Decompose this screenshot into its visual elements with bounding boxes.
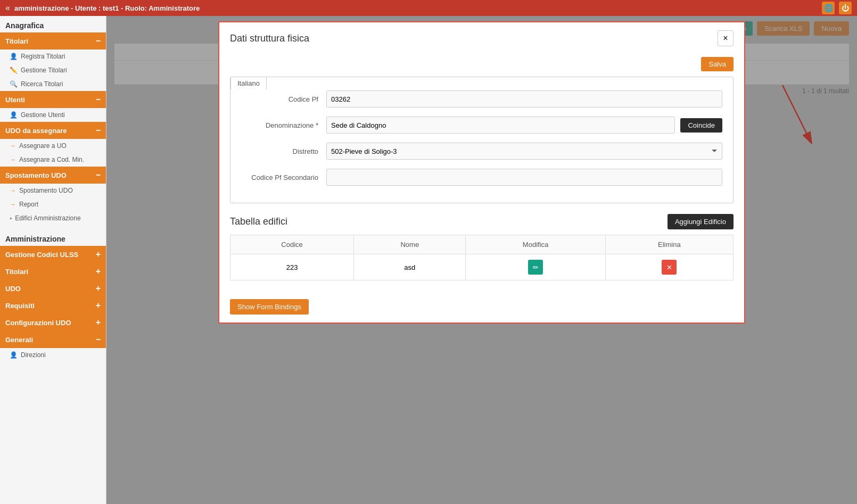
sidebar-item-label: Registra Titolari: [21, 53, 65, 60]
sidebar-item-direzioni[interactable]: 👤 Direzioni: [0, 348, 106, 362]
modal-footer: Show Form Bindings: [219, 291, 744, 323]
show-form-bindings-button[interactable]: Show Form Bindings: [230, 299, 309, 315]
codice-pf-sec-label: Codice Pf Secondario: [241, 173, 326, 181]
sidebar-item-label: Direzioni: [21, 351, 46, 359]
denominazione-label: Denominazione *: [241, 121, 326, 129]
search-icon: 🔍: [10, 80, 18, 88]
user-icon-2: 👤: [10, 111, 18, 119]
sidebar-group-titolari-label: Titolari: [5, 37, 28, 45]
sidebar-item-label: Ricerca Titolari: [21, 80, 63, 88]
app-title: amministrazione - Utente : test1 - Ruolo…: [14, 4, 200, 12]
modal-title: Dati struttura fisica: [230, 33, 309, 44]
utenti-toggle-icon: −: [96, 95, 101, 104]
sidebar-group-label: UDO: [5, 285, 21, 293]
spostamento-toggle-icon: −: [96, 170, 101, 180]
sidebar-item-assegnare-uo[interactable]: → Assegnare a UO: [0, 139, 106, 153]
modal-close-button[interactable]: ×: [718, 30, 734, 46]
top-bar-left: « amministrazione - Utente : test1 - Ruo…: [5, 3, 200, 13]
distretto-label: Distretto: [241, 147, 326, 155]
col-modifica: Modifica: [466, 235, 605, 254]
sidebar-group-udo-label: UDO da assegnare: [5, 127, 67, 135]
form-row-codice-pf-sec: Codice Pf Secondario: [241, 166, 722, 186]
edit-icon: ✏️: [10, 67, 18, 74]
sidebar-item-edifici-amministrazione[interactable]: ▪ Edifici Amministrazione: [0, 211, 106, 225]
distretto-select[interactable]: 502-Pieve di Soligo-3: [326, 143, 722, 160]
sidebar-group-utenti[interactable]: Utenti −: [0, 91, 106, 108]
amministrazione-label: Amministrazione: [0, 229, 106, 246]
sidebar-item-spostamento-udo[interactable]: → Spostamento UDO: [0, 184, 106, 197]
sidebar: Anagrafica Titolari − 👤 Registra Titolar…: [0, 16, 106, 504]
edifici-codice-cell: 223: [230, 254, 354, 280]
edifici-table-row: 223 asd ✏ ✕: [230, 254, 734, 280]
content-area: Filtro Scarica XLS Nuova Modifica Elimin…: [106, 16, 857, 504]
top-bar-right: 🌐 ⏻: [822, 2, 852, 14]
codice-pf-label: Codice Pf: [241, 95, 326, 103]
sidebar-item-ricerca-titolari[interactable]: 🔍 Ricerca Titolari: [0, 77, 106, 91]
sidebar-group-titolari[interactable]: Titolari −: [0, 32, 106, 49]
modal-header: Dati struttura fisica ×: [219, 22, 744, 52]
tabella-edifici-title: Tabella edifici: [230, 216, 287, 227]
modal-body: Salva Italiano Codice Pf Denominazione *: [219, 52, 744, 291]
salva-button[interactable]: Salva: [701, 57, 734, 71]
coincide-button[interactable]: Coincide: [680, 118, 722, 133]
form-tab-italiano[interactable]: Italiano: [230, 77, 267, 90]
sidebar-group-label: Gestione Codici ULSS: [5, 251, 78, 259]
power-icon[interactable]: ⏻: [839, 2, 852, 14]
sidebar-group-spostamento-udo[interactable]: Spostamento UDO −: [0, 167, 106, 184]
sidebar-group-configurazioni[interactable]: Configurazioni UDO +: [0, 314, 106, 331]
codice-pf-input[interactable]: [326, 90, 722, 108]
col-codice: Codice: [230, 235, 354, 254]
sidebar-group-label: Requisiti: [5, 302, 35, 310]
form-row-denominazione: Denominazione * Coincide: [241, 114, 722, 134]
sidebar-item-gestione-titolari[interactable]: ✏️ Gestione Titolari: [0, 63, 106, 77]
sidebar-group-udo-bottom[interactable]: UDO +: [0, 280, 106, 297]
edifici-table: Codice Nome Modifica Elimina 223 asd: [230, 235, 734, 280]
sidebar-item-registra-titolari[interactable]: 👤 Registra Titolari: [0, 49, 106, 63]
sidebar-group-generali[interactable]: Generali −: [0, 331, 106, 348]
user-icon-3: 👤: [10, 351, 18, 359]
arrow-icon-3: →: [10, 187, 16, 194]
sidebar-item-label: Gestione Utenti: [21, 111, 65, 119]
tabella-edifici-header: Tabella edifici Aggiungi Edificio: [230, 214, 734, 229]
form-row-distretto: Distretto 502-Pieve di Soligo-3: [241, 140, 722, 160]
save-bar: Salva: [230, 57, 734, 71]
titolari-bottom-toggle-icon: +: [96, 267, 101, 276]
sidebar-group-udo-assegnare[interactable]: UDO da assegnare −: [0, 122, 106, 139]
sidebar-item-label: Edifici Amministrazione: [15, 214, 80, 222]
arrow-icon: →: [10, 142, 16, 150]
sidebar-item-label: Report: [19, 201, 38, 208]
codice-pf-sec-input[interactable]: [326, 169, 722, 186]
sidebar-group-requisiti[interactable]: Requisiti +: [0, 297, 106, 314]
sidebar-item-assegnare-cod-min[interactable]: → Assegnare a Cod. Min.: [0, 153, 106, 167]
sidebar-group-label: Configurazioni UDO: [5, 319, 71, 327]
configurazioni-toggle-icon: +: [96, 318, 101, 327]
globe-icon[interactable]: 🌐: [822, 2, 835, 14]
form-section: Italiano Codice Pf Denominazione * Coinc…: [230, 77, 734, 203]
sidebar-group-label: Generali: [5, 336, 33, 344]
requisiti-toggle-icon: +: [96, 301, 101, 310]
building-icon: ▪: [10, 214, 12, 222]
edificio-edit-button[interactable]: ✏: [528, 260, 543, 275]
edificio-delete-button[interactable]: ✕: [662, 260, 677, 275]
anagrafica-label: Anagrafica: [0, 16, 106, 32]
sidebar-group-gestione-codici[interactable]: Gestione Codici ULSS +: [0, 246, 106, 263]
arrow-icon-2: →: [10, 156, 16, 163]
sidebar-item-label: Assegnare a UO: [19, 142, 67, 150]
sidebar-group-label: Titolari: [5, 268, 28, 276]
edifici-table-header-row: Codice Nome Modifica Elimina: [230, 235, 734, 254]
user-icon: 👤: [10, 53, 18, 60]
modal: Dati struttura fisica × Salva Italiano C…: [218, 21, 745, 324]
col-nome: Nome: [354, 235, 466, 254]
sidebar-item-label: Spostamento UDO: [19, 187, 73, 194]
sidebar-item-gestione-utenti[interactable]: 👤 Gestione Utenti: [0, 108, 106, 122]
arrow-icon-4: →: [10, 201, 16, 208]
sidebar-group-utenti-label: Utenti: [5, 96, 25, 104]
sidebar-group-titolari-bottom[interactable]: Titolari +: [0, 263, 106, 280]
denominazione-input[interactable]: [326, 117, 675, 134]
gestione-codici-toggle-icon: +: [96, 250, 101, 259]
sidebar-item-report[interactable]: → Report: [0, 197, 106, 211]
top-bar: « amministrazione - Utente : test1 - Ruo…: [0, 0, 857, 16]
nav-back-icon[interactable]: «: [5, 3, 10, 13]
udo-toggle-icon: −: [96, 126, 101, 135]
aggiungi-edificio-button[interactable]: Aggiungi Edificio: [668, 214, 734, 229]
